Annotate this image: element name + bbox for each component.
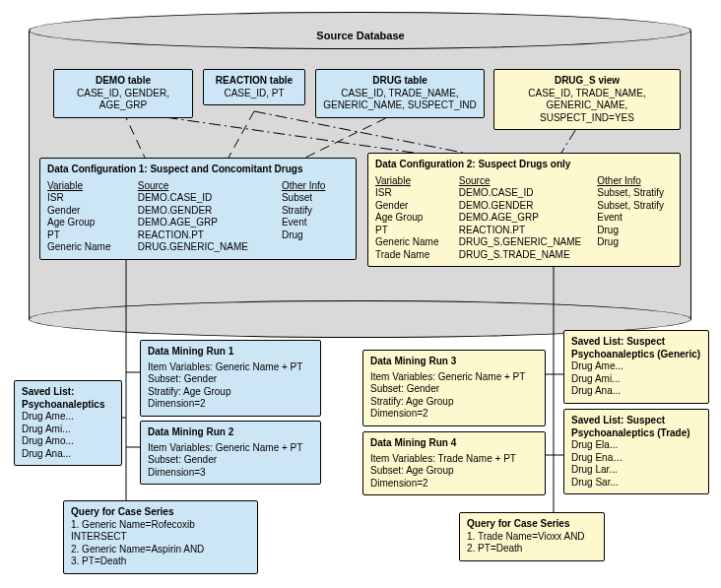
run3-line: Stratify: Age Group xyxy=(370,396,538,409)
run2-title: Data Mining Run 2 xyxy=(148,426,313,439)
saved-list-psycho: Saved List: Psychoanaleptics Drug Ame...… xyxy=(14,380,122,466)
run2-line: Subset: Gender xyxy=(148,454,313,467)
config2-info: Subset, Stratify xyxy=(597,200,673,213)
query1-line: 1. Generic Name=Rofecoxib INTERSECT xyxy=(71,519,250,544)
list-item: Drug Ena… xyxy=(571,452,701,465)
config2-info: Drug xyxy=(597,225,673,237)
run2-line: Dimension=3 xyxy=(148,467,313,480)
query1: Query for Case Series 1. Generic Name=Ro… xyxy=(63,500,258,574)
config2-hdr-src: Source xyxy=(459,175,587,188)
query2-line: 2. PT=Death xyxy=(467,543,597,555)
run1-line: Dimension=2 xyxy=(148,398,313,411)
config1-src: REACTION.PT xyxy=(138,229,272,242)
config2-title: Data Configuration 2: Suspect Drugs only xyxy=(375,159,673,171)
drug-s-view: DRUG_S view CASE_ID, TRADE_NAME, GENERIC… xyxy=(493,69,681,130)
list-item: Drug Sar... xyxy=(571,477,701,490)
config1-title: Data Configuration 1: Suspect and Concom… xyxy=(47,163,349,176)
config2-var: Trade Name xyxy=(375,249,449,262)
drug-table: DRUG table CASE_ID, TRADE_NAME, GENERIC_… xyxy=(315,69,485,118)
config2-hdr-var: Variable xyxy=(375,175,449,188)
reaction-table: REACTION table CASE_ID, PT xyxy=(203,69,305,105)
run1-line: Item Variables: Generic Name + PT xyxy=(148,361,313,374)
config2-var: ISR xyxy=(375,187,449,200)
config2-src: REACTION.PT xyxy=(459,225,587,237)
config1-info: Stratify xyxy=(282,205,349,218)
config1-hdr-src: Source xyxy=(138,180,272,193)
run1-line: Subset: Gender xyxy=(148,373,313,386)
list-item: Drug Ana... xyxy=(571,385,701,398)
config1-var: PT xyxy=(47,229,128,242)
config2-info: Drug xyxy=(597,236,673,249)
query2-title: Query for Case Series xyxy=(467,518,597,531)
demo-table-cols: CASE_ID, GENDER, AGE_GRP xyxy=(61,88,185,112)
config1: Data Configuration 1: Suspect and Concom… xyxy=(39,158,357,260)
config1-info: Event xyxy=(282,217,349,229)
config1-src: DEMO.CASE_ID xyxy=(138,192,272,205)
saved-list-sg-title: Saved List: Suspect Psychoanaleptics (Ge… xyxy=(571,336,701,360)
config1-var: Generic Name xyxy=(47,241,128,254)
config1-hdr-var: Variable xyxy=(47,180,128,193)
config2-var: PT xyxy=(375,225,449,237)
query1-line: 2. Generic Name=Aspirin AND xyxy=(71,544,250,556)
query1-title: Query for Case Series xyxy=(71,506,250,519)
list-item: Drug Amo... xyxy=(22,435,114,448)
list-item: Drug Ela... xyxy=(571,439,701,452)
run4: Data Mining Run 4 Item Variables: Trade … xyxy=(362,431,546,495)
config1-var: Gender xyxy=(47,205,128,218)
run3: Data Mining Run 3 Item Variables: Generi… xyxy=(362,350,546,426)
config1-info: Drug xyxy=(282,229,349,242)
drug-table-cols: CASE_ID, TRADE_NAME, GENERIC_NAME, SUSPE… xyxy=(323,88,477,112)
demo-table: DEMO table CASE_ID, GENDER, AGE_GRP xyxy=(53,69,193,118)
run1-line: Stratify: Age Group xyxy=(148,386,313,399)
list-item: Drug Ami... xyxy=(571,373,701,386)
config1-src: DEMO.GENDER xyxy=(138,205,272,218)
run3-line: Dimension=2 xyxy=(370,408,538,421)
query2: Query for Case Series 1. Trade Name=Viox… xyxy=(459,512,605,561)
run4-title: Data Mining Run 4 xyxy=(370,437,538,450)
config2-hdr-info: Other Info xyxy=(597,175,673,188)
config2-src: DRUG_S.TRADE_NAME xyxy=(459,249,587,262)
config1-hdr-info: Other Info xyxy=(282,180,349,193)
run4-line: Item Variables: Trade Name + PT xyxy=(370,453,538,466)
reaction-table-cols: CASE_ID, PT xyxy=(211,88,297,100)
config1-info: Subset xyxy=(282,192,349,205)
reaction-table-title: REACTION table xyxy=(211,75,297,88)
run3-line: Subset: Gender xyxy=(370,383,538,396)
query2-line: 1. Trade Name=Vioxx AND xyxy=(467,531,597,544)
saved-list-suspect-generic: Saved List: Suspect Psychoanaleptics (Ge… xyxy=(563,330,709,404)
config2-info: Event xyxy=(597,212,673,225)
config2-var: Age Group xyxy=(375,212,449,225)
run4-line: Subset: Age Group xyxy=(370,465,538,478)
drug-s-title: DRUG_S view xyxy=(501,75,673,88)
db-title: Source Database xyxy=(0,30,721,41)
config2-src: DEMO.CASE_ID xyxy=(459,187,587,200)
saved-list-suspect-trade: Saved List: Suspect Psychoanaleptics (Tr… xyxy=(563,409,709,494)
list-item: Drug Lar... xyxy=(571,464,701,477)
config2-src: DEMO.GENDER xyxy=(459,200,587,213)
run1-title: Data Mining Run 1 xyxy=(148,346,313,359)
run2: Data Mining Run 2 Item Variables: Generi… xyxy=(140,421,321,485)
run4-line: Dimension=2 xyxy=(370,478,538,490)
list-item: Drug Ana... xyxy=(22,448,114,461)
saved-list-psycho-title: Saved List: Psychoanaleptics xyxy=(22,386,114,411)
config1-src: DRUG.GENERIC_NAME xyxy=(138,241,272,254)
drug-table-title: DRUG table xyxy=(323,75,477,88)
list-item: Drug Ami... xyxy=(22,424,114,436)
config2-src: DRUG_S.GENERIC_NAME xyxy=(459,236,587,249)
config2-var: Gender xyxy=(375,200,449,213)
drug-s-cols: CASE_ID, TRADE_NAME, GENERIC_NAME, SUSPE… xyxy=(501,88,673,125)
list-item: Drug Ame... xyxy=(22,411,114,424)
config2-info: Subset, Stratify xyxy=(597,187,673,200)
config2-var: Generic Name xyxy=(375,236,449,249)
run1: Data Mining Run 1 Item Variables: Generi… xyxy=(140,340,321,417)
run3-title: Data Mining Run 3 xyxy=(370,356,538,368)
demo-table-title: DEMO table xyxy=(61,75,185,88)
config1-var: ISR xyxy=(47,192,128,205)
saved-list-st-title: Saved List: Suspect Psychoanaleptics (Tr… xyxy=(571,415,701,439)
query1-line: 3. PT=Death xyxy=(71,555,250,568)
run3-line: Item Variables: Generic Name + PT xyxy=(370,371,538,384)
config1-src: DEMO.AGE_GRP xyxy=(138,217,272,229)
config2-src: DEMO.AGE_GRP xyxy=(459,212,587,225)
config2: Data Configuration 2: Suspect Drugs only… xyxy=(367,153,681,267)
run2-line: Item Variables: Generic Name + PT xyxy=(148,442,313,455)
